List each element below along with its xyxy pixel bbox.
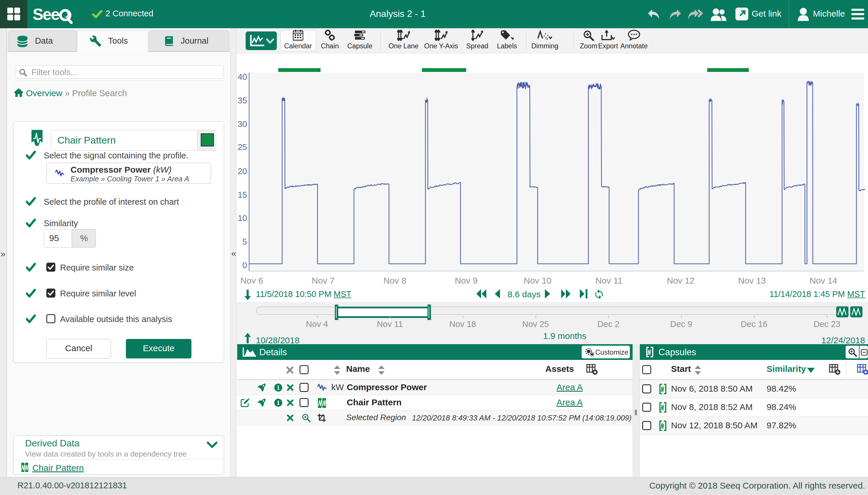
svg-text:See: See	[33, 6, 60, 23]
